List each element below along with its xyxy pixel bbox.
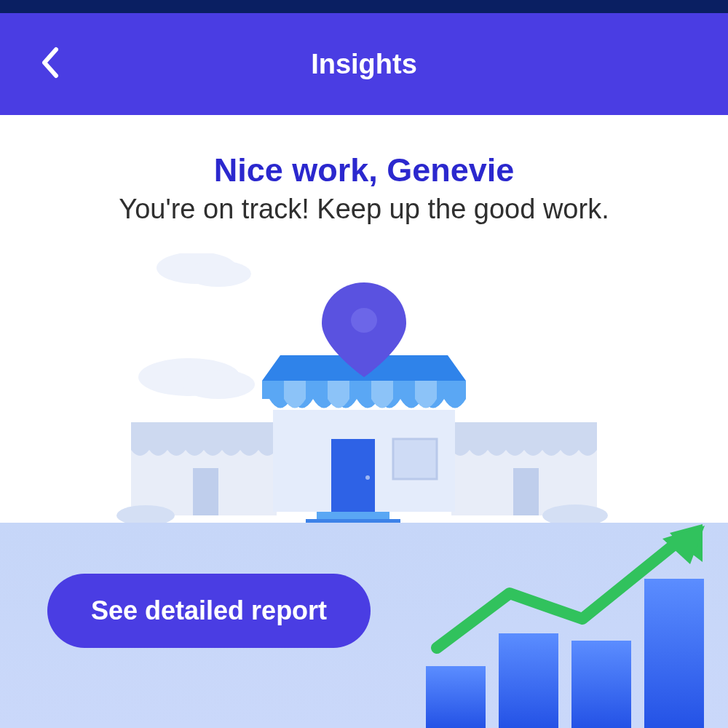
app-header: Insights <box>0 13 728 115</box>
footer-panel: See detailed report <box>0 523 728 728</box>
svg-point-3 <box>182 370 255 399</box>
svg-point-1 <box>186 261 251 287</box>
svg-rect-21 <box>571 641 631 728</box>
svg-rect-20 <box>499 633 558 728</box>
svg-rect-22 <box>644 579 704 728</box>
svg-rect-11 <box>331 439 375 512</box>
main-content: Nice work, Genevie You're on track! Keep… <box>0 115 728 523</box>
chevron-left-icon <box>40 47 60 79</box>
storefront-illustration <box>73 253 655 523</box>
svg-rect-14 <box>317 512 389 519</box>
trend-bar-chart <box>415 524 713 728</box>
svg-rect-13 <box>393 439 437 479</box>
svg-rect-6 <box>193 468 218 515</box>
svg-point-12 <box>365 475 370 480</box>
svg-rect-19 <box>426 666 486 728</box>
svg-point-18 <box>351 308 377 333</box>
svg-rect-9 <box>513 468 539 515</box>
back-button[interactable] <box>40 47 60 82</box>
page-title: Insights <box>311 49 417 80</box>
greeting-heading: Nice work, Genevie <box>0 151 728 189</box>
see-report-button[interactable]: See detailed report <box>47 574 371 648</box>
greeting-subtitle: You're on track! Keep up the good work. <box>0 194 728 225</box>
